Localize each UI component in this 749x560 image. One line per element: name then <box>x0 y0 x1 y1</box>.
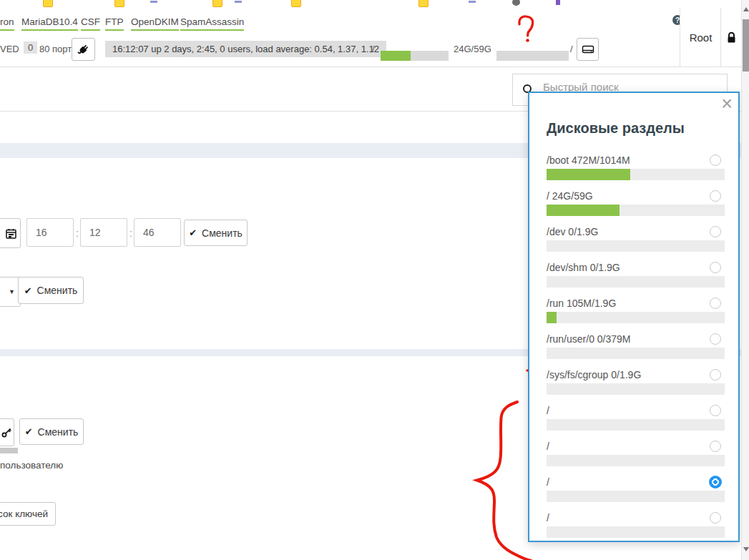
bookmark-folder-icon[interactable] <box>291 0 301 7</box>
change-time-label: Сменить <box>202 227 243 239</box>
check-icon: ✔ <box>189 227 197 238</box>
control-panel-page: ron MariaDB10.4 CSF FTP OpenDKIM SpamAss… <box>0 0 749 560</box>
partition-bar <box>547 455 725 466</box>
key-icon <box>1 428 11 438</box>
seconds-input[interactable] <box>134 218 181 247</box>
service-link-opendkim[interactable]: OpenDKIM <box>131 16 179 31</box>
partition-radio[interactable] <box>710 441 721 452</box>
scroll-down-arrow[interactable] <box>743 547 749 551</box>
partition-bar <box>547 276 725 288</box>
partition-row: /dev/shm 0/1.9G <box>547 261 725 297</box>
hours-input[interactable] <box>26 218 74 247</box>
partition-bar <box>547 383 725 395</box>
partition-radio[interactable] <box>709 476 722 488</box>
partition-radio[interactable] <box>710 262 721 273</box>
keys-list-button[interactable]: сок ключей <box>0 502 56 526</box>
service-link-spamassassin[interactable]: SpamAssassin <box>180 16 244 31</box>
partition-row: / <box>547 404 725 440</box>
bookmark-text-fragment <box>469 1 476 3</box>
partition-label: / 24G/59G <box>547 190 725 203</box>
partition-bar <box>547 491 725 502</box>
partition-label: /run 105M/1.9G <box>547 297 725 310</box>
service-link-mariadb[interactable]: MariaDB10.4 <box>21 16 78 31</box>
disk-partitions-popup: × Дисковые разделы /boot 472M/1014M / 24… <box>528 92 740 542</box>
change-time-button[interactable]: ✔ Сменить <box>184 220 248 246</box>
partition-list: /boot 472M/1014M / 24G/59G /dev 0/1.9G /… <box>547 154 725 542</box>
partition-radio[interactable] <box>710 190 721 202</box>
service-link-cron[interactable]: ron <box>0 16 14 31</box>
partition-bar <box>547 419 725 431</box>
partition-bar-fill <box>547 169 630 180</box>
plug-icon <box>77 44 89 56</box>
partition-radio[interactable] <box>710 512 721 524</box>
disk-partitions-button[interactable] <box>577 38 599 61</box>
disk-usage-text: 24G/59G <box>454 44 491 54</box>
partition-label: /sys/fs/cgroup 0/1.9G <box>547 368 725 382</box>
check-icon: ✔ <box>24 285 32 296</box>
bookmark-folder-icon[interactable] <box>418 0 429 7</box>
change-password-button[interactable]: ✔ Сменить <box>19 418 84 445</box>
page-scrollbar <box>741 0 749 560</box>
user-label: Root <box>690 31 713 44</box>
partition-bar-fill <box>547 312 557 323</box>
partition-radio[interactable] <box>710 298 721 309</box>
partition-label: /dev 0/1.9G <box>547 225 725 239</box>
calendar-icon <box>6 228 16 239</box>
port-label: 80 порт <box>39 44 72 54</box>
uptime-load-text: 16:12:07 up 2 days, 2:45, 0 users, load … <box>105 41 386 57</box>
partition-row: / 24G/59G <box>547 190 725 225</box>
send-password-hint: пользователю <box>0 460 63 471</box>
scrollbar-thumb[interactable] <box>743 19 749 72</box>
scroll-up-arrow[interactable] <box>743 7 749 11</box>
bookmark-folder-icon[interactable] <box>212 0 222 7</box>
service-link-csf[interactable]: CSF <box>81 16 100 31</box>
partition-row: /run 105M/1.9G <box>547 297 725 333</box>
change-select-label: Сменить <box>37 285 78 296</box>
header-disk-bar-fill <box>381 51 411 61</box>
partition-radio[interactable] <box>710 369 721 380</box>
service-link-ftp[interactable]: FTP <box>105 16 124 31</box>
lock-icon <box>726 31 737 44</box>
partition-bar <box>547 312 725 323</box>
bookmark-site-icon[interactable] <box>556 0 560 5</box>
generate-password-button[interactable] <box>0 418 14 446</box>
partition-bar <box>547 348 725 359</box>
change-password-label: Сменить <box>38 426 79 438</box>
counter-badge: 0 <box>24 41 37 54</box>
partition-row: /run/user/0 0/379M <box>547 333 725 368</box>
close-icon[interactable]: × <box>721 94 733 114</box>
partition-row: /dev 0/1.9G <box>547 225 725 261</box>
partition-row: / <box>547 476 725 511</box>
user-menu[interactable]: Root <box>680 8 721 67</box>
change-select-button[interactable]: ✔ Сменить <box>18 277 84 304</box>
partition-bar <box>547 526 725 538</box>
bookmark-folder-icon[interactable] <box>114 0 124 7</box>
partition-row: /sys/fs/cgroup 0/1.9G <box>547 368 725 404</box>
disk-slash-label: / <box>372 44 375 54</box>
header-disk-bar <box>381 51 449 61</box>
partition-radio[interactable] <box>710 154 721 166</box>
password-strength-bar <box>0 448 18 453</box>
popup-title: Дисковые разделы <box>547 120 685 137</box>
partition-bar <box>547 240 725 252</box>
partition-radio[interactable] <box>710 226 721 237</box>
minutes-input[interactable] <box>80 218 127 247</box>
partition-radio[interactable] <box>710 333 721 345</box>
chevron-down-icon: ▼ <box>9 288 15 295</box>
bookmark-folder-icon[interactable] <box>43 0 53 7</box>
logout-button[interactable] <box>720 8 742 67</box>
bookmark-text-fragment <box>150 1 157 3</box>
partition-radio[interactable] <box>710 405 721 416</box>
partition-label: / <box>547 440 725 453</box>
mem-slash-label: / <box>570 44 573 54</box>
time-separator: : <box>76 227 79 239</box>
partition-label: /run/user/0 0/379M <box>547 333 725 346</box>
status-fragment: VED <box>0 44 19 54</box>
bookmark-site-icon[interactable] <box>512 0 520 6</box>
partition-label: / <box>547 511 725 525</box>
check-icon: ✔ <box>25 426 33 437</box>
datepicker-button[interactable] <box>0 218 21 248</box>
restart-button[interactable] <box>72 38 95 61</box>
partition-bar <box>547 205 725 216</box>
partition-label: /boot 472M/1014M <box>547 154 725 167</box>
